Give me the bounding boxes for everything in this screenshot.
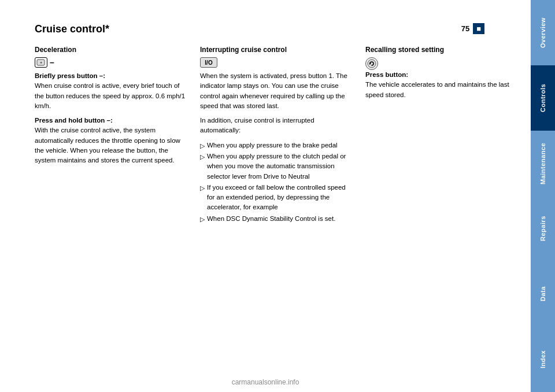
recalling-heading: Recalling stored setting [365, 46, 519, 54]
recall-icon [365, 57, 378, 70]
page-number-area: 75 ■ [461, 23, 484, 34]
recalling-para: Press button: The vehicle accelerates to… [365, 70, 519, 100]
bullet-2: ▷ When you apply pressure to the clutch … [200, 151, 354, 182]
sidebar-tab-maintenance[interactable]: Maintenance [531, 131, 555, 196]
content-columns: Deceleration + – Briefly press button –:… [35, 46, 519, 225]
bullet-1: ▷ When you apply pressure to the brake p… [200, 140, 354, 151]
bullet-4-text: When DSC Dynamic Stability Control is se… [207, 214, 335, 224]
io-button-icon: I/O [200, 57, 217, 68]
deceleration-icon-row: + – [35, 57, 54, 68]
bullet-3-text: If you exceed or fall below the controll… [207, 183, 354, 213]
interrupting-bullets: ▷ When you apply pressure to the brake p… [200, 140, 354, 224]
bullet-arrow-4: ▷ [200, 215, 205, 224]
interrupting-intro: When the system is activated, press butt… [200, 71, 354, 111]
svg-point-2 [368, 60, 376, 68]
svg-text:+: + [40, 60, 43, 65]
decel-para2-bold: Press and hold button –: [35, 117, 113, 124]
page-title: Cruise control* [35, 23, 519, 35]
bullet-3: ▷ If you exceed or fall below the contro… [200, 183, 354, 213]
interrupting-sub-intro: In addition, cruise control is interrupt… [200, 116, 354, 136]
decel-para2-text: With the cruise control active, the syst… [35, 127, 180, 164]
bullet-arrow-1: ▷ [200, 141, 205, 151]
decel-para1-text: When cruise control is active, every bri… [35, 82, 185, 109]
interrupting-col: Interrupting cruise control I/O When the… [200, 46, 354, 225]
sidebar-tab-overview[interactable]: Overview [531, 0, 555, 65]
dash-symbol: – [50, 58, 54, 67]
decel-para2: Press and hold button –: With the cruise… [35, 116, 188, 165]
page-number: 75 [461, 24, 469, 33]
watermark: carmanualsonline.info [232, 378, 299, 386]
recalling-para-text: The vehicle accelerates to and maintains… [365, 81, 509, 98]
bullet-2-text: When you apply pressure to the clutch pe… [207, 151, 354, 182]
bullet-arrow-3: ▷ [200, 183, 205, 193]
bullet-arrow-2: ▷ [200, 152, 205, 162]
sidebar-tab-data[interactable]: Data [531, 261, 555, 327]
deceleration-heading: Deceleration [35, 46, 188, 54]
sidebar-tabs: Overview Controls Maintenance Repairs Da… [531, 0, 555, 392]
sidebar-tab-repairs[interactable]: Repairs [531, 196, 555, 261]
decel-para1-bold: Briefly press button –: [35, 72, 105, 79]
sidebar: Overview Controls Maintenance Repairs Da… [531, 0, 555, 392]
sidebar-tab-index[interactable]: Index [531, 327, 555, 392]
page-number-block: ■ [473, 23, 484, 34]
sidebar-tab-controls[interactable]: Controls [531, 65, 555, 131]
deceleration-col: Deceleration + – Briefly press button –:… [35, 46, 188, 225]
plus-minus-icon: + [35, 57, 47, 68]
interrupting-heading: Interrupting cruise control [200, 46, 354, 54]
bullet-4: ▷ When DSC Dynamic Stability Control is … [200, 214, 354, 224]
bullet-1-text: When you apply pressure to the brake ped… [207, 140, 338, 150]
recalling-col: Recalling stored setting Press button: T… [365, 46, 519, 225]
main-content: 75 ■ Cruise control* Deceleration + – Br… [0, 0, 531, 392]
decel-para1: Briefly press button –: When cruise cont… [35, 71, 188, 111]
recalling-para-bold: Press button: [365, 71, 408, 78]
